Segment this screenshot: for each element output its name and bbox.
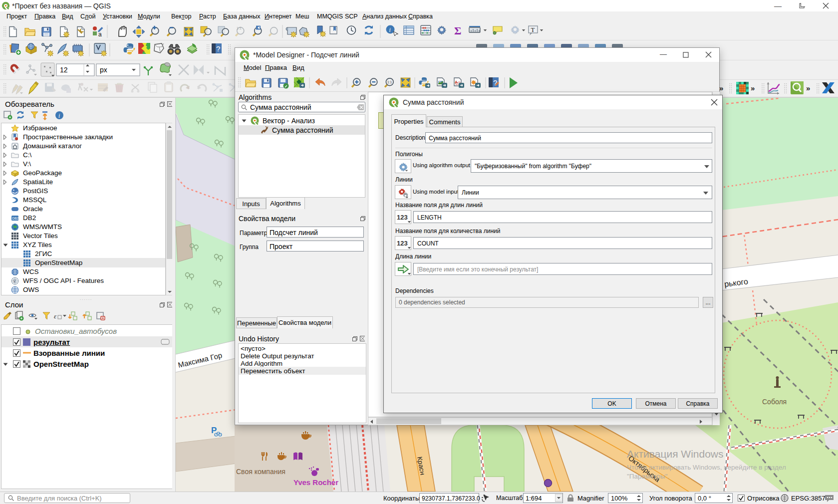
svg-text:i: i [58,112,60,119]
svg-text:P: P [211,426,217,435]
svg-text:»: » [719,84,723,92]
svg-text:Чтобы активировать Windows, пе: Чтобы активировать Windows, перейдите в … [627,464,786,471]
svg-text:a: a [98,31,102,38]
svg-text:Σ: Σ [454,24,461,37]
svg-text:?: ? [216,44,220,53]
svg-text:»: » [806,84,810,92]
svg-text:12: 12 [60,66,68,74]
svg-text:V: V [13,279,16,283]
svg-text:T: T [531,26,535,33]
svg-text:ε: ε [54,312,57,320]
svg-text:px: px [100,66,107,74]
svg-text:Соболя: Соболя [762,398,787,406]
svg-text:»: » [751,84,755,92]
svg-text:Активация Windows: Активация Windows [627,448,724,460]
svg-text:?: ? [493,78,497,87]
svg-text:1:1: 1:1 [387,80,392,84]
svg-text:i: i [389,26,391,33]
svg-text:Своя компания: Своя компания [236,468,285,476]
svg-text:DB2: DB2 [12,217,19,220]
svg-text:A: A [455,80,458,84]
svg-text:"Параметры".: "Параметры". [627,473,669,480]
svg-text:Yves Rocher: Yves Rocher [293,478,338,487]
svg-text:1:1: 1:1 [237,26,242,30]
